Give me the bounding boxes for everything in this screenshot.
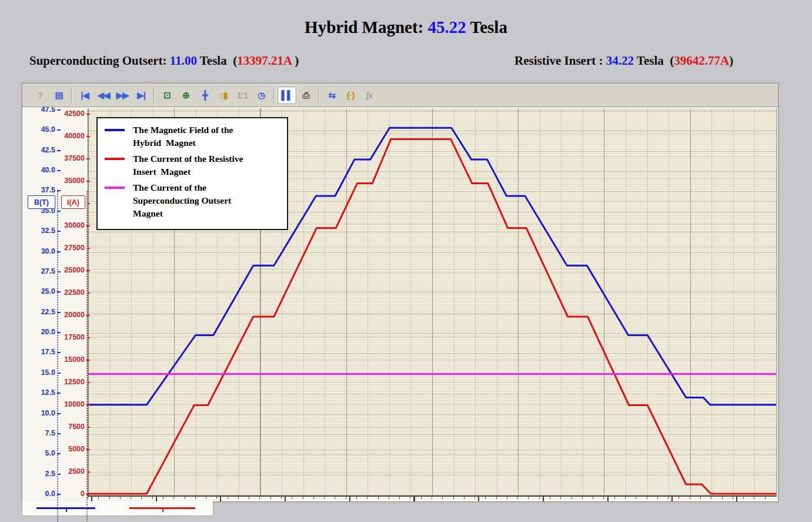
outsert-end: ) bbox=[292, 54, 299, 68]
axis-tick-mark bbox=[57, 170, 61, 171]
axis-tick-label: 40.0 bbox=[41, 166, 55, 174]
integral-icon: ∫x bbox=[366, 90, 372, 100]
axis-tick-label: 17.5 bbox=[41, 348, 55, 356]
one-to-one-icon: 1:1 bbox=[237, 90, 248, 100]
current-axis-label[interactable]: I(A) bbox=[61, 195, 85, 209]
toolbar-time-axis-button[interactable]: ◷ bbox=[252, 87, 270, 104]
help-icon: ? bbox=[38, 90, 42, 100]
go-last-icon: ▶| bbox=[137, 90, 145, 101]
axis-tick-label: 37.5 bbox=[41, 186, 55, 194]
print-icon: ⎙ bbox=[302, 90, 309, 101]
legend-label: The Current of the Resistive Insert Magn… bbox=[133, 152, 243, 178]
axis-tick-label: 7.5 bbox=[45, 429, 55, 437]
toolbar-zoom-window-button[interactable]: ⊡ bbox=[158, 87, 176, 104]
axis-tick-label: 20000 bbox=[64, 311, 85, 319]
swatch-tick-icon bbox=[162, 509, 163, 512]
toolbar-rewind-button[interactable]: ◀◀ bbox=[94, 87, 113, 104]
axis-tick-label: 12500 bbox=[64, 378, 85, 386]
toolbar-transfer-button[interactable]: ⇆ bbox=[322, 87, 341, 104]
axis-tick-label: 22500 bbox=[64, 288, 85, 297]
toolbar-one-to-one-button: 1:1 bbox=[233, 87, 252, 104]
insert-end: ) bbox=[729, 54, 733, 68]
toolbar-zoom-in-button[interactable]: ⊕ bbox=[176, 87, 195, 104]
axis-tick-label: 27.5 bbox=[41, 267, 55, 275]
toolbar-cursor-brackets-button[interactable]: {·} bbox=[341, 87, 360, 104]
time-axis-icon: ◷ bbox=[258, 90, 265, 101]
legend-label: The Magnetic Field of the Hybrid Magnet bbox=[133, 124, 233, 149]
swatch-tick-icon bbox=[66, 509, 67, 512]
axis-tick-label: 12.5 bbox=[41, 388, 55, 397]
axis-tick-mark bbox=[86, 136, 90, 137]
toolbar-separator bbox=[318, 88, 319, 103]
axis-tick-mark bbox=[86, 158, 90, 159]
plot-area[interactable]: The Magnetic Field of the Hybrid MagnetT… bbox=[88, 108, 777, 497]
toolbar-pause-button[interactable]: ▌▌ bbox=[278, 87, 296, 104]
toolbar-go-first-button[interactable]: |◀ bbox=[75, 87, 94, 104]
axis-tick-label: 45.0 bbox=[41, 125, 55, 134]
forward-icon: ▶▶ bbox=[116, 90, 128, 101]
axis-tick-label: 15000 bbox=[64, 355, 85, 364]
properties-icon: ▤ bbox=[55, 90, 62, 101]
axis-tick-label: 5.0 bbox=[45, 449, 55, 457]
title-prefix: Hybrid Magnet: bbox=[305, 18, 427, 36]
outsert-status: Superconducting Outsert: 11.00 Tesla (13… bbox=[29, 54, 299, 68]
outsert-mid: Tesla ( bbox=[197, 54, 237, 68]
axis-tick-label: 10.0 bbox=[41, 409, 55, 417]
axis-tick-label: 35000 bbox=[64, 177, 85, 185]
axis-scale-icon: ↕▮ bbox=[219, 90, 228, 101]
toolbar-properties-button[interactable]: ▤ bbox=[49, 87, 68, 104]
axis-tick-label: 40000 bbox=[64, 132, 85, 140]
axis-tick-label: 22.5 bbox=[41, 308, 55, 316]
axis-tick-label: 0 bbox=[81, 490, 85, 498]
go-first-icon: |◀ bbox=[81, 90, 89, 101]
outsert-label: Superconducting Outsert: bbox=[29, 54, 170, 68]
axis-tick-label: 7500 bbox=[68, 423, 85, 431]
toolbar-pan-button[interactable]: ╋ bbox=[195, 87, 214, 104]
axis-tick-mark bbox=[86, 114, 90, 115]
x-axis-major-ticks bbox=[91, 497, 779, 501]
axis-tick-label: 17500 bbox=[64, 333, 85, 341]
chart-toolbar: ?▤|◀◀◀▶▶▶|⊡⊕╋↕▮1:1◷▌▌⎙⇆{·}∫x bbox=[22, 84, 778, 107]
axis-tick-label: 30.0 bbox=[41, 247, 55, 255]
axis-tick-label: 32.5 bbox=[41, 227, 55, 235]
current-axis-swatch[interactable] bbox=[129, 507, 195, 509]
zoom-in-icon: ⊕ bbox=[182, 90, 189, 101]
axis-tick-label: 10000 bbox=[64, 400, 85, 408]
insert-current-value: 39642.77A bbox=[674, 54, 729, 68]
toolbar-axis-scale-button[interactable]: ↕▮ bbox=[214, 87, 233, 104]
transfer-icon: ⇆ bbox=[328, 90, 335, 101]
legend: The Magnetic Field of the Hybrid MagnetT… bbox=[96, 117, 288, 230]
insert-mid: Tesla ( bbox=[634, 54, 674, 68]
toolbar-print-button[interactable]: ⎙ bbox=[296, 87, 315, 104]
legend-label: The Current of the Superconducting Outse… bbox=[133, 181, 231, 220]
outsert-current-value: 13397.21A bbox=[237, 54, 292, 68]
axis-tick-label: 20.0 bbox=[41, 328, 55, 336]
axis-tick-label: 30000 bbox=[64, 221, 85, 230]
outsert-field-value: 11.00 bbox=[170, 54, 197, 68]
toolbar-go-last-button[interactable]: ▶| bbox=[132, 87, 151, 104]
axis-tick-label: 27500 bbox=[64, 244, 85, 252]
current-axis-rail bbox=[86, 191, 88, 522]
insert-field-value: 34.22 bbox=[606, 54, 634, 68]
legend-line-swatch bbox=[105, 129, 125, 131]
axis-tick-label: 5000 bbox=[68, 445, 85, 453]
title-field-value: 45.22 bbox=[428, 18, 466, 36]
title-suffix: Tesla bbox=[466, 18, 507, 36]
axis-tick-mark bbox=[57, 129, 61, 131]
legend-entry: The Current of the Resistive Insert Magn… bbox=[105, 152, 283, 178]
field-axis-label[interactable]: B(T) bbox=[28, 195, 55, 209]
legend-entry: The Current of the Superconducting Outse… bbox=[105, 181, 283, 220]
axis-tick-label: 2.5 bbox=[45, 470, 55, 478]
legend-line-swatch bbox=[105, 187, 125, 189]
axis-tick-label: 37500 bbox=[64, 154, 85, 162]
toolbar-forward-button[interactable]: ▶▶ bbox=[113, 87, 132, 104]
rewind-icon: ◀◀ bbox=[97, 90, 109, 101]
pause-icon: ▌▌ bbox=[281, 90, 292, 100]
axis-tick-mark bbox=[86, 181, 90, 182]
page-title: Hybrid Magnet: 45.22 Tesla bbox=[0, 18, 812, 37]
field-axis-rail bbox=[57, 191, 58, 522]
cursor-brackets-icon: {·} bbox=[346, 90, 355, 100]
axis-tick-label: 2500 bbox=[68, 467, 85, 476]
axis-tick-label: 42500 bbox=[64, 109, 85, 118]
toolbar-help-button: ? bbox=[31, 87, 49, 104]
